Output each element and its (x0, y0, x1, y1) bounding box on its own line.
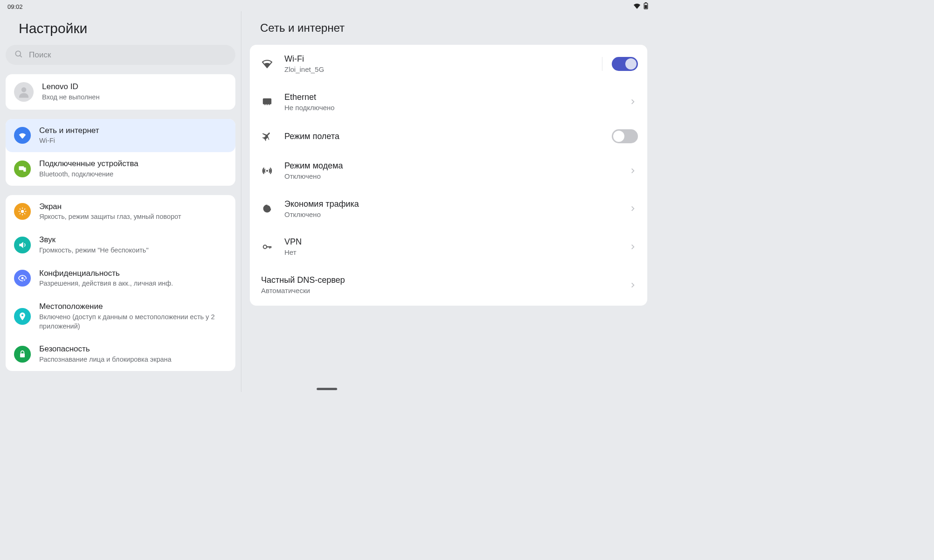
wifi-status-icon (633, 3, 641, 10)
sidebar-item-location[interactable]: Местоположение Включено (доступ к данным… (6, 295, 235, 337)
svg-line-14 (24, 213, 25, 214)
detail-item-title: Экономия трафика (284, 198, 616, 210)
sidebar-item-network[interactable]: Сеть и интернет Wi-Fi (6, 119, 235, 153)
detail-item-hotspot[interactable]: Режим модема Отключено (250, 152, 647, 190)
sidebar-item-label: Безопасность (39, 344, 227, 355)
wifi-icon (14, 127, 31, 144)
svg-rect-22 (263, 99, 271, 104)
wifi-icon (261, 58, 273, 70)
svg-rect-21 (20, 353, 25, 357)
status-bar: 09:02 (0, 0, 654, 11)
divider (602, 57, 602, 71)
settings-sidebar: Настройки Lenovo ID Вход не выполнен (0, 11, 241, 392)
brightness-icon (14, 203, 31, 220)
detail-item-sub: Нет (284, 248, 616, 257)
sidebar-item-label: Сеть и интернет (39, 126, 227, 136)
sound-icon (14, 237, 31, 253)
detail-item-title: Частный DNS-сервер (261, 274, 628, 286)
svg-point-25 (263, 245, 267, 248)
svg-point-23 (266, 170, 268, 172)
svg-point-3 (15, 51, 21, 56)
svg-point-20 (21, 314, 23, 316)
sidebar-item-label: Подключенные устройства (39, 159, 227, 169)
sidebar-item-privacy[interactable]: Конфиденциальность Разрешения, действия … (6, 262, 235, 295)
ethernet-icon (261, 96, 273, 108)
svg-rect-1 (645, 2, 647, 3)
svg-line-4 (20, 55, 22, 57)
sidebar-item-security[interactable]: Безопасность Распознавание лица и блокир… (6, 337, 235, 371)
sidebar-item-display[interactable]: Экран Яркость, режим защиты глаз, умный … (6, 195, 235, 229)
sidebar-item-label: Звук (39, 235, 227, 245)
detail-item-sub: Отключено (284, 210, 616, 219)
detail-item-sub: Отключено (284, 172, 616, 181)
sidebar-item-sub: Распознавание лица и блокировка экрана (39, 355, 227, 364)
svg-line-13 (20, 209, 21, 210)
chevron-right-icon (628, 166, 638, 176)
sidebar-item-sub: Громкость, режим "Не беспокоить" (39, 246, 227, 255)
sidebar-item-label: Конфиденциальность (39, 268, 227, 279)
detail-title: Сеть и интернет (241, 11, 654, 45)
detail-item-datasaver[interactable]: Экономия трафика Отключено (250, 190, 647, 228)
account-title: Lenovo ID (42, 82, 227, 92)
svg-rect-2 (644, 5, 647, 8)
detail-item-vpn[interactable]: VPN Нет (250, 228, 647, 266)
search-icon (14, 49, 23, 61)
svg-rect-6 (19, 166, 24, 170)
nav-handle[interactable] (317, 388, 337, 390)
chevron-right-icon (628, 242, 638, 252)
detail-item-ethernet[interactable]: Ethernet Не подключено (250, 83, 647, 121)
hotspot-icon (261, 165, 273, 177)
svg-rect-28 (270, 246, 271, 248)
svg-point-8 (21, 210, 24, 213)
sidebar-item-sub: Разрешения, действия в акк., личная инф. (39, 279, 227, 288)
sidebar-item-label: Местоположение (39, 301, 227, 312)
nav-group-1: Экран Яркость, режим защиты глаз, умный … (6, 195, 235, 371)
avatar-icon (14, 82, 34, 102)
detail-item-wifi[interactable]: Wi-Fi Zloi_inet_5G (250, 45, 647, 83)
account-row[interactable]: Lenovo ID Вход не выполнен (6, 74, 235, 110)
chevron-right-icon (628, 97, 638, 107)
clock: 09:02 (7, 3, 23, 10)
vpn-key-icon (261, 241, 273, 253)
battery-status-icon (644, 2, 648, 11)
detail-item-privatedns[interactable]: Частный DNS-сервер Автоматически (250, 266, 647, 304)
devices-icon (14, 161, 31, 177)
privacy-icon (14, 270, 31, 287)
detail-item-sub: Zloi_inet_5G (284, 65, 587, 74)
svg-line-16 (24, 209, 25, 210)
search-input[interactable] (29, 50, 227, 60)
svg-rect-27 (269, 246, 270, 249)
detail-pane: Сеть и интернет Wi-Fi Zloi_inet_5G (241, 11, 654, 392)
detail-item-airplane[interactable]: Режим полета (250, 121, 647, 152)
airplane-toggle[interactable] (612, 129, 638, 143)
sidebar-item-sub: Включено (доступ к данным о местоположен… (39, 313, 227, 331)
detail-item-title: Режим полета (284, 131, 601, 142)
sidebar-item-devices[interactable]: Подключенные устройства Bluetooth, подкл… (6, 152, 235, 186)
chevron-right-icon (628, 280, 638, 290)
account-sub: Вход не выполнен (42, 93, 227, 102)
svg-rect-7 (23, 167, 26, 171)
detail-item-sub: Автоматически (261, 286, 628, 295)
sidebar-item-sub: Яркость, режим защиты глаз, умный поворо… (39, 212, 227, 222)
account-card: Lenovo ID Вход не выполнен (6, 74, 235, 110)
detail-item-title: Режим модема (284, 160, 616, 171)
svg-point-17 (21, 277, 24, 280)
svg-line-15 (20, 213, 21, 214)
detail-card: Wi-Fi Zloi_inet_5G Ethernet Не подключен… (250, 45, 647, 306)
sidebar-item-label: Экран (39, 202, 227, 212)
detail-item-title: VPN (284, 236, 616, 247)
detail-item-title: Ethernet (284, 91, 616, 103)
sidebar-item-sound[interactable]: Звук Громкость, режим "Не беспокоить" (6, 228, 235, 262)
svg-point-5 (21, 87, 27, 92)
chevron-right-icon (628, 203, 638, 214)
nav-group-0: Сеть и интернет Wi-Fi Подключенные устро… (6, 119, 235, 186)
detail-item-sub: Не подключено (284, 103, 616, 112)
wifi-toggle[interactable] (612, 57, 638, 71)
location-icon (14, 308, 31, 325)
svg-rect-19 (24, 280, 25, 281)
detail-item-title: Wi-Fi (284, 53, 587, 64)
airplane-icon (261, 130, 273, 142)
search-field[interactable] (6, 45, 235, 65)
sidebar-item-sub: Bluetooth, подключение (39, 170, 227, 179)
datasaver-icon (261, 203, 273, 215)
